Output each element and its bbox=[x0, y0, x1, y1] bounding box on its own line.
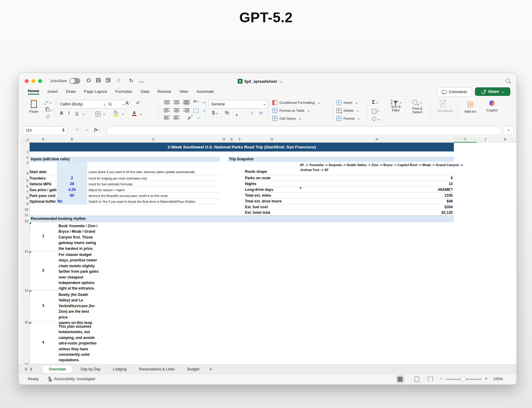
increase-font-icon[interactable]: A˄ bbox=[125, 100, 130, 106]
close-window-button[interactable] bbox=[25, 79, 29, 83]
align-left-button[interactable] bbox=[164, 108, 170, 112]
row-header-7[interactable]: 7 bbox=[20, 190, 28, 194]
input-value-cell[interactable]: 28 bbox=[57, 182, 87, 186]
table-row[interactable]: Total est. drive hours$49 bbox=[244, 199, 454, 204]
format-as-table-button[interactable]: Format as Table bbox=[272, 108, 309, 113]
sheet-tab-lodging[interactable]: Lodging bbox=[107, 365, 133, 373]
col-header-c[interactable]: C bbox=[87, 137, 220, 142]
comments-button[interactable]: Comments bbox=[437, 87, 472, 97]
table-row[interactable]: Nights13 bbox=[244, 181, 454, 187]
decrease-indent-button[interactable] bbox=[164, 116, 170, 120]
sort-filter-button[interactable]: AZ Sort &Filter bbox=[386, 99, 406, 112]
conditional-formatting-button[interactable]: Conditional Formatting bbox=[272, 100, 320, 105]
currency-format-button[interactable]: $ bbox=[212, 110, 217, 116]
table-row[interactable]: 3 Beatty (for DeathValley) and LaVerkin/… bbox=[30, 290, 99, 322]
zoom-window-button[interactable] bbox=[38, 79, 42, 83]
accessibility-status[interactable]: Accessibility: Investigate bbox=[54, 377, 95, 381]
row-header-2[interactable]: 2 bbox=[20, 156, 28, 159]
tab-formulas[interactable]: Formulas bbox=[115, 89, 132, 94]
document-title[interactable]: X 5p2_spreadsheet bbox=[238, 78, 282, 84]
page-break-view-icon[interactable] bbox=[428, 377, 433, 381]
normal-view-button[interactable] bbox=[396, 375, 404, 383]
decrease-font-icon[interactable]: A˅ bbox=[136, 100, 140, 105]
sheet-tab-overview[interactable]: Overview bbox=[42, 365, 72, 373]
tab-home[interactable]: Home bbox=[28, 89, 39, 95]
font-name-select[interactable]: Calibri (Body) bbox=[57, 100, 108, 108]
bold-button[interactable]: B bbox=[60, 111, 63, 116]
insert-function-icon[interactable]: fx bbox=[94, 127, 101, 132]
align-right-button[interactable] bbox=[183, 108, 189, 112]
autosum-button[interactable]: Σ bbox=[372, 99, 378, 105]
row-header-4[interactable]: 4 bbox=[20, 171, 28, 175]
row-header-5[interactable]: 5 bbox=[20, 179, 28, 182]
borders-button[interactable] bbox=[95, 111, 100, 116]
increase-indent-button[interactable] bbox=[174, 116, 180, 120]
name-box[interactable]: I23 bbox=[23, 126, 67, 135]
wrap-text-button[interactable]: ab↩ bbox=[193, 100, 199, 103]
copy-button[interactable] bbox=[45, 107, 52, 113]
align-top-button[interactable] bbox=[164, 100, 170, 104]
merge-center-button[interactable]: ↔ bbox=[193, 108, 199, 113]
col-header-b[interactable]: B bbox=[57, 137, 88, 142]
select-all-corner[interactable] bbox=[20, 137, 30, 142]
fill-color-button[interactable] bbox=[114, 110, 119, 116]
input-value-cell[interactable]: No bbox=[57, 199, 88, 203]
tab-view[interactable]: View bbox=[179, 89, 188, 94]
confirm-entry-icon[interactable]: ✓ bbox=[85, 127, 89, 132]
align-bottom-button[interactable] bbox=[183, 100, 189, 104]
sheet-tab-budget[interactable]: Budget bbox=[181, 365, 206, 373]
delete-cells-button[interactable]: × Delete bbox=[336, 108, 358, 113]
fill-button[interactable]: ↓ bbox=[372, 108, 379, 114]
table-row[interactable]: Travelers 2 Used for lodging per-room es… bbox=[30, 175, 220, 181]
number-format-select[interactable]: General bbox=[208, 100, 268, 108]
tab-review[interactable]: Review bbox=[157, 89, 171, 94]
tab-draw[interactable]: Draw bbox=[66, 89, 76, 94]
formula-bar-expand-icon[interactable]: ▼ bbox=[503, 126, 514, 135]
table-row[interactable]: Total est. miles2335 bbox=[244, 193, 454, 199]
table-row[interactable]: Start date Leave blank if you want to fi… bbox=[30, 162, 220, 175]
row-header-10[interactable]: 10 bbox=[20, 208, 28, 211]
name-box-spinner[interactable] bbox=[62, 128, 65, 132]
home-view-icon[interactable] bbox=[85, 78, 92, 84]
table-row[interactable]: 2 For cleaner budgetstays, prioritize ne… bbox=[30, 251, 99, 290]
col-header-f[interactable]: F bbox=[236, 137, 244, 142]
table-row[interactable]: Est. hotel total$2,120 bbox=[244, 210, 454, 215]
col-header-k[interactable]: K bbox=[494, 137, 516, 142]
zoom-slider-handle[interactable] bbox=[461, 377, 466, 381]
font-color-button[interactable]: A bbox=[132, 110, 136, 116]
more-toolbar-icon[interactable]: … bbox=[138, 78, 145, 84]
accessibility-icon[interactable]: ! bbox=[47, 376, 52, 382]
page-layout-view-icon[interactable] bbox=[415, 377, 419, 382]
formula-input[interactable] bbox=[106, 126, 501, 135]
col-header-i-active[interactable]: I bbox=[454, 137, 477, 143]
row-header-9[interactable]: 9 bbox=[20, 202, 28, 206]
tab-automate[interactable]: Automate bbox=[196, 89, 214, 94]
col-header-h[interactable]: H bbox=[300, 137, 454, 142]
find-select-button[interactable]: Find &Select bbox=[408, 99, 427, 114]
italic-button[interactable]: I bbox=[68, 111, 70, 116]
sheet-title-banner[interactable]: 2-Week Southwest U.S. National Parks Roa… bbox=[30, 143, 454, 151]
col-header-e[interactable]: E bbox=[228, 137, 236, 142]
tab-insert[interactable]: Insert bbox=[48, 89, 58, 94]
tab-page-layout[interactable]: Page Layout bbox=[84, 89, 107, 94]
table-row[interactable]: Est. fuel cost$354 bbox=[244, 204, 454, 210]
table-row[interactable]: Park pass cost (US re 80 America the Bea… bbox=[30, 193, 220, 199]
undo-icon[interactable]: ↺ bbox=[115, 78, 122, 84]
cell-styles-button[interactable]: Cell Styles bbox=[272, 116, 301, 121]
align-center-button[interactable] bbox=[174, 108, 180, 112]
table-row[interactable]: Gas price / gallon 4.25 Adjust for seaso… bbox=[30, 187, 220, 193]
sheet-tab-reservations[interactable]: Reservations & Links bbox=[133, 365, 181, 373]
row-header-13[interactable]: 13 bbox=[20, 250, 28, 253]
autosave-toggle[interactable] bbox=[69, 78, 80, 84]
increase-decimal-button[interactable]: ←.0 bbox=[247, 111, 253, 115]
align-middle-button[interactable] bbox=[174, 100, 180, 104]
comma-format-button[interactable]: , bbox=[236, 109, 238, 117]
orientation-button[interactable]: ab↗ bbox=[186, 114, 194, 121]
sensitivity-button[interactable]: Sensitivity bbox=[434, 99, 456, 113]
booking-section-header[interactable]: Recommended booking rhythm bbox=[30, 215, 454, 222]
row-header-8[interactable]: 8 bbox=[20, 196, 28, 200]
col-header-j[interactable]: J bbox=[476, 137, 494, 142]
tab-data[interactable]: Data bbox=[141, 89, 149, 94]
row-header-6[interactable]: 6 bbox=[20, 184, 28, 188]
cancel-entry-icon[interactable]: × bbox=[76, 127, 79, 133]
